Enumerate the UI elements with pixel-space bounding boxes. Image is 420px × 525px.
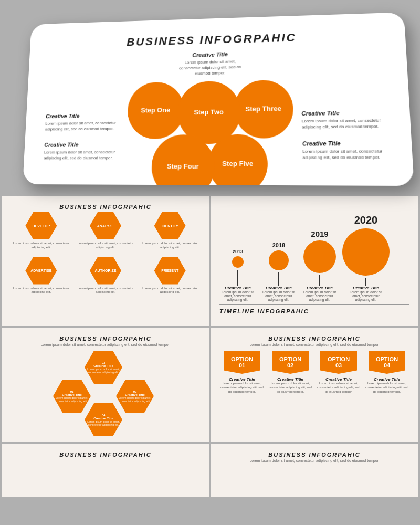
hex-item-1: ANALYZE Lorem ipsum dolor sit amet, cons… — [75, 212, 136, 250]
hex-shape-3: ADVERTISE — [25, 257, 57, 285]
option-item-4: OPTION04 Creative Title Lorem ipsum dolo… — [364, 351, 410, 394]
options-section-card: BUSINESS INFOGRPAHIC Lorem ipsum dolor s… — [211, 328, 418, 442]
hex-section-title: BUSINESS INFOGRPAHIC — [10, 204, 201, 210]
opt-title-4: Creative Title — [374, 377, 400, 382]
bottom-card-left: BUSINESS INFOGRPAHIC — [2, 444, 209, 497]
hex-item-3: ADVERTISE Lorem ipsum dolor sit amet, co… — [10, 257, 72, 295]
tl-line-2018 — [278, 272, 279, 286]
hero-right-block-1: Creative Title Lorem ipsum dolor sit ame… — [301, 109, 388, 130]
hero-left-title-2: Creative Title — [44, 141, 119, 148]
option-box-4: OPTION04 — [369, 351, 405, 374]
timeline-section-card: 2013 Creative Title Lorem ipsum dolor si… — [211, 196, 418, 326]
hero-top-title: Creative Title — [174, 51, 246, 59]
hex-desc-5: Lorem ipsum dolor sit amet, consectetur … — [139, 287, 201, 295]
tl-circle-2019 — [303, 240, 336, 273]
hero-left-desc-2: Lorem ipsum dolor sit amet, consectetur … — [44, 149, 119, 161]
step-three-circle: Step Three — [234, 79, 293, 138]
tl-desc-2018: Lorem ipsum dolor sit amet, consectetur … — [260, 290, 297, 301]
hero-right-panel: Creative Title Lorem ipsum dolor sit ame… — [301, 109, 390, 167]
hero-right-desc-1: Lorem ipsum dolor sit amet, consectetur … — [301, 118, 388, 131]
tl-year-2018: 2018 — [272, 242, 285, 248]
tl-item-2019: 2019 Creative Title Lorem ipsum dolor si… — [301, 229, 338, 301]
hc-02: 02 Creative Title Lorem ipsum dolor sit … — [116, 380, 154, 413]
hex-desc-3: Lorem ipsum dolor sit amet, consectetur … — [10, 287, 72, 295]
tl-item-2020: 2020 Creative Title Lorem ipsum dolor si… — [342, 214, 390, 301]
timeline-row: 2013 Creative Title Lorem ipsum dolor si… — [219, 204, 410, 301]
hc-04: 04 Creative Title Lorem ipsum dolor sit … — [85, 403, 122, 436]
hex-shape-0: DEVELOP — [25, 212, 57, 239]
step-one-circle: Step One — [127, 81, 184, 139]
hex-desc-4: Lorem ipsum dolor sit amet, consectetur … — [75, 287, 136, 295]
hero-section: BUSINESS INFOGRPAHIC Creative Title Lore… — [0, 0, 420, 194]
bottom-left-title: BUSINESS INFOGRPAHIC — [10, 452, 201, 458]
hc-04-desc: Lorem ipsum dolor sit amet, consectetur … — [87, 420, 120, 426]
hero-left-title-1: Creative Title — [46, 112, 120, 119]
honeycomb-cluster: 01 Creative Title Lorem ipsum dolor sit … — [53, 351, 158, 435]
honeycomb-title: BUSINESS INFOGRPAHIC — [10, 335, 201, 342]
hex-item-5: PRESENT Lorem ipsum dolor sit amet, cons… — [139, 257, 201, 295]
tl-line-2020 — [365, 278, 366, 286]
hc-01-desc: Lorem ipsum dolor sit amet, consectetur … — [56, 396, 88, 403]
hc-03: 03 Creative Title Lorem ipsum dolor sit … — [85, 351, 122, 384]
hero-right-title-1: Creative Title — [301, 109, 387, 117]
hex-item-4: AUTHORIZE Lorem ipsum dolor sit amet, co… — [75, 257, 136, 295]
hex-shape-2: IDENTIFY — [154, 212, 186, 239]
tl-title-2018: Creative Title — [266, 286, 292, 290]
hex-item-2: IDENTIFY Lorem ipsum dolor sit amet, con… — [139, 212, 201, 250]
hc-02-desc: Lorem ipsum dolor sit amet, consectetur … — [119, 396, 151, 403]
hex-section-card: BUSINESS INFOGRPAHIC DEVELOP Lorem ipsum… — [2, 196, 209, 326]
hero-top-block: Creative Title Lorem ipsum dolor sit ame… — [174, 51, 246, 77]
tl-title-2013: Creative Title — [225, 286, 251, 290]
hex-shape-5: PRESENT — [154, 257, 186, 285]
honeycomb-subtitle: Lorem ipsum dolor sit amet, consectetur … — [10, 343, 201, 346]
tl-line-2019 — [319, 275, 320, 286]
tl-desc-2013: Lorem ipsum dolor sit amet, consectetur … — [219, 290, 256, 301]
bottom-right-title: BUSINESS INFOGRPAHIC — [219, 452, 410, 458]
tl-title-2020: Creative Title — [353, 286, 379, 290]
hex-item-0: DEVELOP Lorem ipsum dolor sit amet, cons… — [10, 212, 72, 250]
hex-desc-1: Lorem ipsum dolor sit amet, consectetur … — [75, 242, 136, 250]
hex-grid: DEVELOP Lorem ipsum dolor sit amet, cons… — [10, 212, 201, 295]
tl-circle-2020 — [342, 228, 390, 276]
tl-desc-2019: Lorem ipsum dolor sit amet, consectetur … — [301, 290, 338, 301]
opt-title-2: Creative Title — [277, 377, 303, 382]
opt-title-3: Creative Title — [326, 377, 352, 382]
opt-desc-3: Lorem ipsum dolor sit amet, consectetur … — [316, 382, 361, 394]
tl-title-2019: Creative Title — [307, 286, 333, 290]
tl-line-2013 — [237, 270, 238, 286]
hex-shape-4: AUTHORIZE — [90, 257, 121, 285]
hero-left-desc-1: Lorem ipsum dolor sit amet, consectetur … — [45, 120, 120, 132]
timeline-baseline — [219, 304, 410, 305]
hero-right-desc-2: Lorem ipsum dolor sit amet, consectetur … — [302, 148, 390, 161]
option-box-3: OPTION03 — [320, 351, 357, 374]
hero-left-block-2: Creative Title Lorem ipsum dolor sit ame… — [44, 141, 119, 161]
tl-desc-2020: Lorem ipsum dolor sit amet, consectetur … — [348, 290, 384, 301]
grid-sections: BUSINESS INFOGRPAHIC DEVELOP Lorem ipsum… — [0, 194, 420, 444]
option-item-3: OPTION03 Creative Title Lorem ipsum dolo… — [316, 351, 361, 394]
opt-title-1: Creative Title — [229, 377, 255, 382]
hex-desc-2: Lorem ipsum dolor sit amet, consectetur … — [139, 242, 201, 250]
hero-card: BUSINESS INFOGRPAHIC Creative Title Lore… — [23, 12, 414, 186]
hc-03-desc: Lorem ipsum dolor sit amet, consectetur … — [87, 368, 120, 374]
circles-top-row: Step One Step Two Step Three — [130, 79, 290, 144]
hero-circles: Step One Step Two Step Three Step Four S… — [118, 79, 304, 186]
bottom-row: BUSINESS INFOGRPAHIC BUSINESS INFOGRPAHI… — [0, 444, 420, 499]
tl-year-2013: 2013 — [233, 249, 243, 254]
bottom-card-right: BUSINESS INFOGRPAHIC Lorem ipsum dolor s… — [211, 444, 418, 497]
hex-shape-1: ANALYZE — [90, 212, 121, 239]
opt-desc-2: Lorem ipsum dolor sit amet, consectetur … — [268, 382, 313, 394]
bottom-right-subtitle: Lorem ipsum dolor sit amet, consectetur … — [219, 459, 410, 463]
option-box-1: OPTION01 — [224, 351, 260, 374]
hero-top-desc: Lorem ipsum dolor sit amet, consectetur … — [174, 58, 246, 77]
tl-year-2019: 2019 — [311, 229, 328, 238]
hero-right-title-2: Creative Title — [302, 140, 389, 146]
tl-item-2018: 2018 Creative Title Lorem ipsum dolor si… — [260, 242, 297, 301]
tl-item-2013: 2013 Creative Title Lorem ipsum dolor si… — [219, 249, 256, 301]
timeline-section-title: TIMELINE INFOGRPAHIC — [219, 308, 410, 314]
option-box-2: OPTION02 — [272, 351, 309, 374]
hex-desc-0: Lorem ipsum dolor sit amet, consectetur … — [10, 242, 72, 250]
tl-circle-2018 — [269, 250, 289, 270]
hero-left-block-1: Creative Title Lorem ipsum dolor sit ame… — [45, 112, 120, 132]
options-grid: OPTION01 Creative Title Lorem ipsum dolo… — [219, 351, 410, 394]
hero-right-block-2: Creative Title Lorem ipsum dolor sit ame… — [302, 140, 390, 161]
